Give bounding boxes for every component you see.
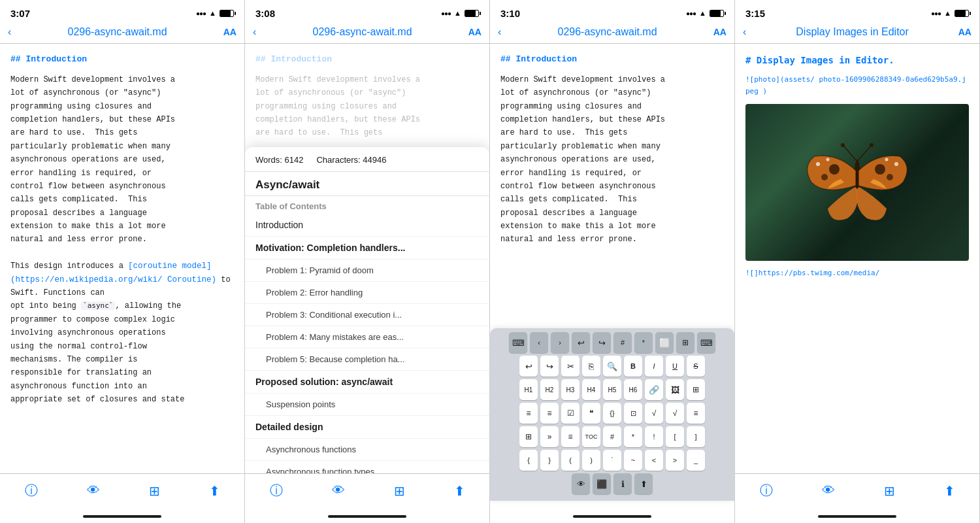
kb-key-hr[interactable]: ≡ — [687, 403, 705, 424]
kb-key-exclaim[interactable]: ! — [645, 426, 663, 447]
toc-item-problem3[interactable]: Problem 3: Conditional execution i... — [245, 304, 489, 326]
toc-item-problem2[interactable]: Problem 2: Error handling — [245, 282, 489, 304]
kb-key-outdent[interactable]: ≡ — [561, 426, 580, 447]
kb-key-h2[interactable]: H2 — [540, 379, 559, 400]
eye-icon-2[interactable]: 👁 — [327, 481, 350, 501]
eye-icon-1[interactable]: 👁 — [82, 481, 105, 501]
kb-key-info[interactable]: ℹ — [613, 473, 632, 494]
share-icon-1[interactable]: ⬆ — [204, 481, 225, 501]
kb-key-bracket-close[interactable]: ] — [687, 426, 705, 447]
kb-key-h3[interactable]: H3 — [561, 379, 580, 400]
back-button-1[interactable]: ‹ — [8, 26, 11, 38]
kb-key-mathblock[interactable]: √ — [666, 403, 684, 424]
kb-key-star[interactable]: * — [634, 332, 653, 353]
eye-icon-4[interactable]: 👁 — [817, 481, 840, 501]
info-icon-1[interactable]: ⓘ — [20, 479, 43, 502]
kb-key-math[interactable]: √ — [645, 403, 663, 424]
kb-key-gt[interactable]: > — [666, 450, 684, 471]
kb-key-link[interactable]: 🔗 — [645, 379, 663, 400]
svg-point-12 — [885, 158, 889, 161]
kb-row-7: 👁 ⬛ ℹ ⬆ — [493, 473, 732, 494]
kb-key-h1[interactable]: H1 — [519, 379, 538, 400]
kb-key-underscore[interactable]: _ — [687, 450, 705, 471]
signal-icon-1: ●●● — [196, 10, 206, 17]
kb-key-table3[interactable]: ⊞ — [519, 426, 538, 447]
kb-key-fwd[interactable]: › — [551, 332, 569, 353]
kb-key-preview[interactable]: 👁 — [572, 473, 590, 494]
kb-key-undo[interactable]: ↩ — [572, 332, 590, 353]
grid-icon-4[interactable]: ⊞ — [879, 481, 900, 501]
kb-key-codeblock[interactable]: ⊡ — [624, 403, 642, 424]
kb-key-underline[interactable]: U — [666, 356, 684, 377]
toc-item-problem5[interactable]: Problem 5: Because completion ha... — [245, 348, 489, 371]
kb-key-h4[interactable]: H4 — [582, 379, 600, 400]
kb-key-backtick[interactable]: ` — [603, 450, 621, 471]
toc-item-problem4[interactable]: Problem 4: Many mistakes are eas... — [245, 326, 489, 348]
toc-item-problem1[interactable]: Problem 1: Pyramid of doom — [245, 260, 489, 282]
toc-item-suspension[interactable]: Suspension points — [245, 394, 489, 416]
kb-key-hash2[interactable]: # — [603, 426, 621, 447]
back-button-2[interactable]: ‹ — [253, 26, 256, 38]
kb-key-toc[interactable]: TOC — [582, 426, 600, 447]
aa-button-4[interactable]: AA — [958, 27, 972, 37]
kb-key-dark-mode[interactable]: ⬛ — [593, 473, 611, 494]
kb-key-h6[interactable]: H6 — [624, 379, 642, 400]
kb-key-strikethrough[interactable]: S — [687, 356, 705, 377]
kb-key-check[interactable]: ☑ — [561, 403, 580, 424]
kb-key-kbd[interactable]: ⌨ — [697, 332, 715, 353]
aa-button-3[interactable]: AA — [713, 27, 727, 37]
toc-item-async-func[interactable]: Asynchronous functions — [245, 439, 489, 461]
kb-key-bold[interactable]: B — [624, 356, 642, 377]
back-button-4[interactable]: ‹ — [743, 26, 746, 38]
kb-key-brace-open[interactable]: { — [519, 450, 538, 471]
toc-item-motivation[interactable]: Motivation: Completion handlers... — [245, 237, 489, 260]
kb-key-table[interactable]: ⊞ — [676, 332, 694, 353]
status-time-4: 3:15 — [745, 8, 765, 19]
kb-key-star2[interactable]: * — [624, 426, 642, 447]
kb-key-indent[interactable]: » — [540, 426, 559, 447]
kb-key-italic[interactable]: I — [645, 356, 663, 377]
butterfly-svg — [792, 124, 923, 241]
kb-key-quote[interactable]: ❝ — [582, 403, 600, 424]
kb-key-back[interactable]: ‹ — [530, 332, 548, 353]
kb-key-find[interactable]: 🔍 — [603, 356, 621, 377]
kb-key-image[interactable]: ⬜ — [655, 332, 674, 353]
info-icon-2[interactable]: ⓘ — [265, 479, 288, 502]
kb-key-hash[interactable]: # — [613, 332, 632, 353]
toc-panel: Words: 6142 Characters: 44946 Async/awai… — [245, 147, 489, 523]
share-icon-2[interactable]: ⬆ — [449, 481, 470, 501]
kb-key-redo2[interactable]: ↪ — [540, 356, 559, 377]
kb-key-ul[interactable]: ≡ — [519, 403, 538, 424]
kb-key-copy[interactable]: ⎘ — [582, 356, 600, 377]
kb-key-lt[interactable]: < — [645, 450, 663, 471]
kb-key-keyboard[interactable]: ⌨ — [509, 332, 527, 353]
code-text-1: `async` — [81, 301, 115, 310]
kb-key-share[interactable]: ⬆ — [634, 473, 653, 494]
kb-key-table2[interactable]: ⊞ — [687, 379, 705, 400]
kb-key-redo[interactable]: ↪ — [593, 332, 611, 353]
toc-item-detailed[interactable]: Detailed design — [245, 416, 489, 439]
aa-button-2[interactable]: AA — [468, 27, 482, 37]
kb-key-brace-close[interactable]: } — [540, 450, 559, 471]
wifi-icon-4: ▲ — [944, 9, 951, 17]
kb-key-code[interactable]: {} — [603, 403, 621, 424]
kb-key-undo2[interactable]: ↩ — [519, 356, 538, 377]
back-button-3[interactable]: ‹ — [498, 26, 501, 38]
grid-icon-1[interactable]: ⊞ — [144, 481, 165, 501]
kb-key-paren-close[interactable]: ) — [582, 450, 600, 471]
kb-key-tilde[interactable]: ~ — [624, 450, 642, 471]
kb-key-ol[interactable]: ≡ — [540, 403, 559, 424]
kb-key-img[interactable]: 🖼 — [666, 379, 684, 400]
kb-key-bracket-open[interactable]: [ — [666, 426, 684, 447]
kb-key-h5[interactable]: H5 — [603, 379, 621, 400]
toc-item-proposed[interactable]: Proposed solution: async/await — [245, 371, 489, 394]
kb-key-paren-open[interactable]: ( — [561, 450, 580, 471]
info-icon-4[interactable]: ⓘ — [755, 479, 778, 502]
toc-item-introduction[interactable]: Introduction — [245, 214, 489, 237]
share-icon-4[interactable]: ⬆ — [939, 481, 960, 501]
kb-key-cut[interactable]: ✂ — [561, 356, 580, 377]
aa-button-1[interactable]: AA — [223, 27, 237, 37]
grid-icon-2[interactable]: ⊞ — [389, 481, 410, 501]
heading-2: ## Introduction — [255, 53, 479, 67]
wifi-icon-3: ▲ — [699, 9, 706, 17]
